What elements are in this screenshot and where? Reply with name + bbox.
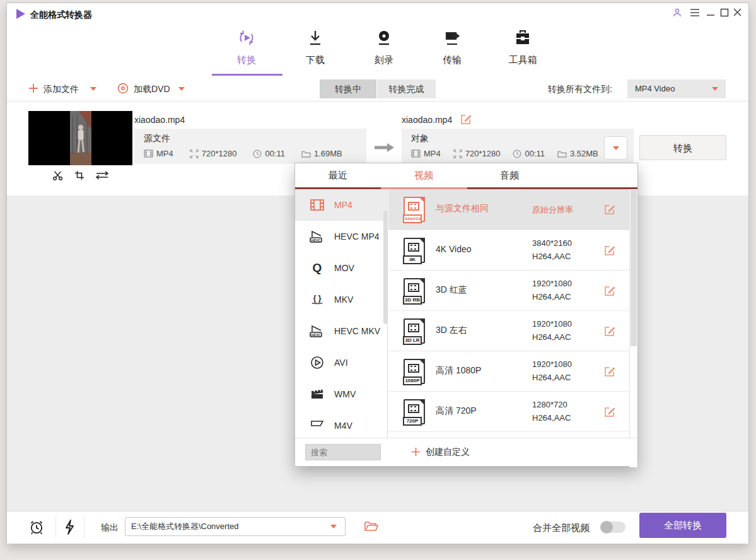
preset-detail: 原始分辨率	[532, 203, 573, 216]
load-dvd-button[interactable]: 加载DVD	[134, 84, 170, 95]
effects-icon[interactable]	[96, 170, 108, 183]
preset-row-4k[interactable]: 4K 4K Video 3840*2160H264,AAC	[388, 230, 629, 271]
svg-text:Q: Q	[313, 261, 322, 274]
mp4-icon	[309, 199, 325, 211]
add-files-button[interactable]: 添加文件	[44, 84, 79, 95]
menu-icon[interactable]	[690, 8, 700, 20]
panel-bottom-bar: 创建自定义	[295, 438, 637, 466]
format-item-label: M4V	[334, 421, 352, 431]
4k-file-icon: 4K	[404, 238, 425, 263]
preset-row-3d-rb[interactable]: 3D RB 3D 红蓝 1920*1080H264,AAC	[388, 271, 629, 311]
tab-convert[interactable]: 转换	[218, 28, 275, 66]
user-icon[interactable]	[672, 8, 682, 20]
trim-icon[interactable]	[52, 170, 63, 184]
format-item-label: WMV	[334, 389, 356, 399]
minimize-icon[interactable]	[706, 8, 715, 20]
app-logo-icon	[15, 8, 26, 22]
clapperboard-icon	[309, 388, 325, 400]
format-item-mov[interactable]: Q MOV	[295, 252, 387, 284]
format-item-m4v[interactable]: M4V	[295, 410, 387, 439]
format-item-avi[interactable]: AVI	[295, 347, 387, 378]
source-title: 源文件	[144, 133, 366, 144]
tab-converting[interactable]: 转换中	[320, 79, 376, 98]
download-icon	[305, 39, 325, 50]
plus-icon	[411, 447, 421, 459]
edit-preset-icon[interactable]	[604, 204, 615, 218]
preset-specs: 1920*1080H264,AAC	[532, 277, 572, 303]
hevc-play-icon: HEVC	[309, 230, 325, 243]
preset-list-scrollbar-track[interactable]	[629, 189, 637, 467]
tab-transfer-label: 传输	[424, 54, 480, 66]
edit-preset-icon[interactable]	[604, 285, 615, 299]
maximize-icon[interactable]	[720, 8, 729, 20]
resolution-icon	[190, 149, 199, 158]
tab-transfer[interactable]: 传输	[424, 28, 480, 66]
hevc-play-icon: HEVC	[309, 324, 325, 338]
panel-tab-audio[interactable]: 音频	[467, 163, 552, 187]
load-dvd-caret-icon[interactable]	[178, 87, 185, 91]
preset-row-1080p[interactable]: 1080P 高清 1080P 1920*1080H264,AAC	[388, 351, 629, 392]
target-title: 对象	[411, 133, 634, 144]
3d-rb-file-icon: 3D RB	[404, 278, 425, 303]
output-format-value: MP4 Video	[635, 84, 675, 93]
format-item-mp4[interactable]: MP4	[295, 189, 387, 221]
open-folder-icon[interactable]	[364, 520, 378, 534]
edit-preset-icon[interactable]	[604, 366, 615, 380]
format-item-label: MP4	[334, 200, 352, 210]
preset-dropdown-button[interactable]	[604, 136, 627, 160]
tab-toolbox-label: 工具箱	[494, 54, 551, 66]
panel-tab-video[interactable]: 视频	[381, 163, 467, 187]
panel-tab-recent[interactable]: 最近	[295, 163, 381, 187]
convert-all-button[interactable]: 全部转换	[639, 513, 726, 538]
rename-icon[interactable]	[460, 114, 472, 127]
convert-all-to-label: 转换所有文件到:	[548, 84, 612, 95]
format-list: MP4 HEVC HEVC MP4 Q MOV { } MKV HEVC HEV…	[295, 189, 388, 439]
svg-text:HEVC: HEVC	[311, 238, 321, 242]
add-files-caret-icon[interactable]	[90, 87, 96, 91]
format-caret-icon	[712, 87, 718, 91]
3d-lr-file-icon: 3D LR	[404, 318, 425, 344]
edit-preset-icon[interactable]	[604, 245, 615, 259]
format-list-scrollbar[interactable]	[383, 211, 387, 324]
tab-burn[interactable]: 刻录	[356, 28, 412, 66]
target-duration: 00:11	[513, 149, 545, 158]
toolbox-icon	[513, 39, 533, 50]
edit-preset-icon[interactable]	[604, 325, 615, 339]
edit-preset-icon[interactable]	[604, 406, 615, 420]
convert-button[interactable]: 转换	[639, 135, 726, 160]
preset-row-720p[interactable]: 720P 高清 720P 1280*720H264,AAC	[388, 392, 629, 432]
matroska-icon: { }	[309, 293, 325, 306]
tab-download-label: 下载	[287, 54, 344, 66]
target-filename: xiaodao.mp4	[402, 115, 452, 125]
format-item-hevc-mp4[interactable]: HEVC HEVC MP4	[295, 221, 387, 252]
preset-specs: 1280*720H264,AAC	[532, 398, 571, 424]
format-item-label: HEVC MP4	[334, 231, 380, 242]
preset-row-source[interactable]: source 与源文件相同 原始分辨率	[388, 189, 629, 230]
active-tab-underline	[212, 74, 282, 76]
merge-videos-label: 合并全部视频	[533, 522, 590, 534]
performance-icon[interactable]	[62, 519, 75, 538]
plus-icon	[28, 83, 38, 96]
preset-name: 3D 左右	[436, 325, 467, 336]
output-format-dropdown[interactable]: MP4 Video	[627, 79, 726, 98]
output-path-dropdown[interactable]: E:\全能格式转换器\Converted	[125, 517, 346, 536]
preset-search-input[interactable]	[305, 444, 381, 460]
create-custom-button[interactable]: 创建自定义	[426, 446, 470, 458]
crop-icon[interactable]	[74, 170, 84, 183]
close-icon[interactable]	[733, 8, 742, 20]
target-size: 3.52MB	[557, 149, 598, 158]
format-item-wmv[interactable]: WMV	[295, 378, 387, 410]
tab-finished[interactable]: 转换完成	[377, 79, 436, 98]
format-item-mkv[interactable]: { } MKV	[295, 284, 387, 315]
1080p-file-icon: 1080P	[404, 359, 425, 384]
merge-videos-toggle[interactable]	[600, 522, 625, 533]
target-info-box: 对象 MP4 720*1280 00:11 3.52MB	[402, 129, 634, 164]
preset-list-scrollbar-thumb[interactable]	[631, 190, 637, 346]
source-size: 1.69MB	[301, 149, 342, 158]
720p-file-icon: 720P	[404, 399, 425, 424]
tab-download[interactable]: 下载	[287, 28, 344, 66]
format-item-hevc-mkv[interactable]: HEVC HEVC MKV	[295, 315, 387, 347]
tab-toolbox[interactable]: 工具箱	[494, 28, 551, 66]
preset-row-3d-lr[interactable]: 3D LR 3D 左右 1920*1080H264,AAC	[388, 311, 629, 351]
schedule-icon[interactable]	[28, 519, 45, 538]
